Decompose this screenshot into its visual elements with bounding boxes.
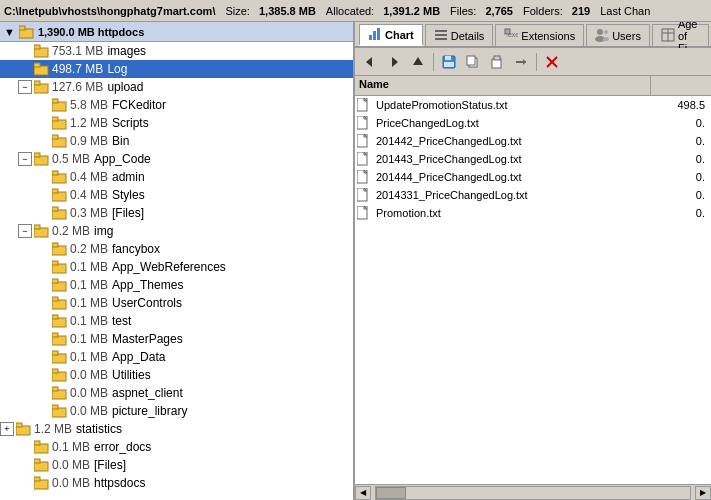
svg-marker-67 bbox=[366, 57, 372, 67]
move-button[interactable] bbox=[510, 51, 532, 73]
svg-rect-33 bbox=[52, 315, 58, 319]
scroll-right-button[interactable]: ▶ bbox=[695, 486, 711, 500]
file-row[interactable]: 201444_PriceChangedLog.txt0. bbox=[355, 168, 711, 186]
tree-item[interactable]: + 1.2 MB statistics bbox=[0, 420, 353, 438]
tree-item[interactable]: 0.0 MB picture_library bbox=[0, 402, 353, 420]
tab-label: Extensions bbox=[521, 30, 575, 42]
file-row[interactable]: 2014331_PriceChangedLog.txt0. bbox=[355, 186, 711, 204]
tree-item-name: test bbox=[112, 314, 349, 328]
tree-item[interactable]: 0.0 MB aspnet_client bbox=[0, 384, 353, 402]
tree-expander[interactable]: − bbox=[18, 80, 32, 94]
scroll-thumb[interactable] bbox=[376, 487, 406, 499]
tree-item[interactable]: 1.2 MB Scripts bbox=[0, 114, 353, 132]
back-button[interactable] bbox=[359, 51, 381, 73]
tree-item[interactable]: 0.1 MB App_Themes bbox=[0, 276, 353, 294]
file-name: PriceChangedLog.txt bbox=[376, 117, 654, 129]
svg-point-63 bbox=[603, 37, 609, 41]
tree-item[interactable]: 0.1 MB UserControls bbox=[0, 294, 353, 312]
tree-item-size: 5.8 MB bbox=[70, 98, 108, 112]
tree-item[interactable]: 0.0 MB httpsdocs bbox=[0, 474, 353, 492]
tree-expander-empty bbox=[18, 62, 32, 76]
file-row[interactable]: UpdatePromotionStatus.txt498.5 bbox=[355, 96, 711, 114]
tree-item[interactable]: 498.7 MB Log bbox=[0, 60, 353, 78]
paste-button[interactable] bbox=[486, 51, 508, 73]
tree-expander[interactable]: − bbox=[18, 224, 32, 238]
tree-item[interactable]: 0.9 MB Bin bbox=[0, 132, 353, 150]
folders-value: 219 bbox=[572, 5, 590, 17]
up-button[interactable] bbox=[407, 51, 429, 73]
root-expander[interactable]: ▼ bbox=[4, 26, 15, 38]
tree-item-name: Bin bbox=[112, 134, 349, 148]
tree-item[interactable]: 0.1 MB App_WebReferences bbox=[0, 258, 353, 276]
tree-item-name: App_Themes bbox=[112, 278, 349, 292]
tab-ageoffiles[interactable]: Age of Fi... bbox=[652, 24, 709, 46]
tree-expander-empty bbox=[36, 404, 50, 418]
file-rows[interactable]: UpdatePromotionStatus.txt498.5 PriceChan… bbox=[355, 96, 711, 484]
file-row[interactable]: 201442_PriceChangedLog.txt0. bbox=[355, 132, 711, 150]
stop-button[interactable] bbox=[541, 51, 563, 73]
tab-details[interactable]: Details bbox=[425, 24, 494, 46]
tree-item-size: 753.1 MB bbox=[52, 44, 103, 58]
svg-rect-51 bbox=[34, 477, 40, 481]
folder-icon bbox=[52, 314, 70, 329]
tree-item[interactable]: 0.4 MB admin bbox=[0, 168, 353, 186]
svg-rect-49 bbox=[34, 459, 40, 463]
tree-item[interactable]: − 0.2 MB img bbox=[0, 222, 353, 240]
tree-item-size: 0.3 MB bbox=[70, 206, 108, 220]
file-size: 0. bbox=[654, 117, 709, 129]
tree-expander[interactable]: − bbox=[18, 152, 32, 166]
file-row[interactable]: Promotion.txt0. bbox=[355, 204, 711, 222]
tab-label: Users bbox=[612, 30, 641, 42]
file-row[interactable]: 201443_PriceChangedLog.txt0. bbox=[355, 150, 711, 168]
file-icon bbox=[357, 188, 373, 202]
tab-chart[interactable]: Chart bbox=[359, 24, 423, 46]
svg-rect-1 bbox=[19, 26, 25, 30]
file-name: 201443_PriceChangedLog.txt bbox=[376, 153, 654, 165]
file-size: 0. bbox=[654, 135, 709, 147]
svg-rect-9 bbox=[52, 99, 58, 103]
tree-body[interactable]: 753.1 MB images 498.7 MB Log− 127.6 MB u… bbox=[0, 42, 353, 500]
tree-item-name: upload bbox=[107, 80, 349, 94]
save-button[interactable] bbox=[438, 51, 460, 73]
tree-item[interactable]: − 0.5 MB App_Code bbox=[0, 150, 353, 168]
folders-label: Folders: bbox=[523, 5, 563, 17]
folder-icon bbox=[52, 386, 70, 401]
tree-item[interactable]: 5.8 MB FCKeditor bbox=[0, 96, 353, 114]
tab-extensions[interactable]: .exe Extensions bbox=[495, 24, 584, 46]
tree-item-size: 0.1 MB bbox=[70, 296, 108, 310]
size-label: Size: bbox=[225, 5, 249, 17]
tree-item-size: 0.1 MB bbox=[70, 260, 108, 274]
svg-rect-74 bbox=[467, 56, 475, 65]
scroll-left-button[interactable]: ◀ bbox=[355, 486, 371, 500]
tree-item[interactable]: 0.1 MB test bbox=[0, 312, 353, 330]
tree-item[interactable]: 0.1 MB App_Data bbox=[0, 348, 353, 366]
svg-rect-56 bbox=[435, 34, 447, 36]
tab-label: Details bbox=[451, 30, 485, 42]
forward-button[interactable] bbox=[383, 51, 405, 73]
tree-item[interactable]: 0.0 MB [Files] bbox=[0, 456, 353, 474]
tree-item[interactable]: 0.4 MB Styles bbox=[0, 186, 353, 204]
bottom-scrollbar[interactable]: ◀ ▶ bbox=[355, 484, 711, 500]
allocated-item: Allocated: 1,391.2 MB bbox=[326, 5, 440, 17]
tree-item[interactable]: − 127.6 MB upload bbox=[0, 78, 353, 96]
users-icon bbox=[595, 28, 609, 44]
svg-rect-53 bbox=[373, 31, 376, 40]
tree-item[interactable]: 0.3 MB [Files] bbox=[0, 204, 353, 222]
tree-item-size: 0.1 MB bbox=[70, 332, 108, 346]
tree-expander[interactable]: + bbox=[0, 422, 14, 436]
tree-item[interactable]: 0.2 MB fancybox bbox=[0, 240, 353, 258]
svg-rect-7 bbox=[34, 81, 40, 85]
svg-rect-15 bbox=[34, 153, 40, 157]
tree-item-name: App_Data bbox=[112, 350, 349, 364]
folder-icon bbox=[52, 278, 70, 293]
scroll-track[interactable] bbox=[375, 486, 691, 500]
tree-item[interactable]: 753.1 MB images bbox=[0, 42, 353, 60]
tree-item[interactable]: 0.1 MB error_docs bbox=[0, 438, 353, 456]
tree-item[interactable]: 0.1 MB MasterPages bbox=[0, 330, 353, 348]
copy-button[interactable] bbox=[462, 51, 484, 73]
file-row[interactable]: PriceChangedLog.txt0. bbox=[355, 114, 711, 132]
file-name: 201444_PriceChangedLog.txt bbox=[376, 171, 654, 183]
tree-item-size: 0.0 MB bbox=[70, 404, 108, 418]
tree-item[interactable]: 0.0 MB Utilities bbox=[0, 366, 353, 384]
tab-users[interactable]: Users bbox=[586, 24, 650, 46]
